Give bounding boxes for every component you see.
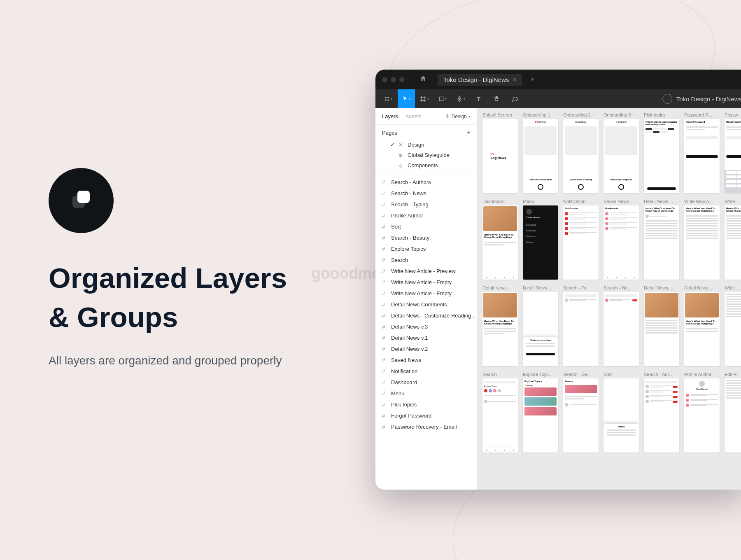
shape-tool[interactable]: ▾ <box>434 89 451 108</box>
layer-item[interactable]: #Write New Article - Preview <box>378 266 475 277</box>
comment-tool[interactable] <box>506 89 524 108</box>
canvas-frame[interactable]: MenuTiana VetrovDashboardBookmarksNotifi… <box>523 199 558 280</box>
canvas-frame[interactable]: Pick topicsPick topics to start reading … <box>644 112 679 193</box>
layer-item[interactable]: #Detail News v.3 <box>378 321 475 332</box>
canvas-frame[interactable]: PasswReset Password <box>725 112 741 193</box>
frame-label: Write <box>725 199 741 204</box>
chevron-down-icon: ▾ <box>469 114 471 118</box>
canvas-frame[interactable]: SortSort by <box>604 372 639 453</box>
page-name: Global Styleguide <box>408 152 450 158</box>
canvas-frame[interactable]: Detail News ...Here's What You Need To K… <box>482 285 518 366</box>
frame-label: Write ... <box>725 285 741 290</box>
canvas-frame[interactable]: SearchExplore Topics <box>482 372 518 453</box>
page-item[interactable]: ◇Components <box>388 160 473 170</box>
layer-item[interactable]: #Pick topics <box>378 399 475 410</box>
canvas-frame[interactable]: NotificationNotification <box>563 199 599 280</box>
canvas-frame[interactable]: Detail News ... <box>644 285 679 366</box>
page-item[interactable]: ⊕Global Styleguide <box>388 150 473 160</box>
canvas-frame[interactable]: Search - Ty... <box>563 285 599 366</box>
layer-name: Detail News v.1 <box>391 335 428 341</box>
layer-item[interactable]: #Saved News <box>378 355 475 366</box>
canvas-frame[interactable]: Onboarding 3D DigiNewsBrowse by Categori… <box>604 112 639 193</box>
canvas-frame[interactable]: Edit P... <box>725 372 741 453</box>
canvas-frame[interactable]: Detail News ...Customize your view <box>523 285 558 366</box>
canvas-frame[interactable]: Onboarding 2D DigiNewsUpdate News Everyd… <box>563 112 599 193</box>
frame-label: Detail News ... <box>523 285 558 290</box>
frame-icon: # <box>382 346 388 352</box>
layer-item[interactable]: #Detail News v.1 <box>378 332 475 343</box>
tab-layers[interactable]: Layers <box>382 113 398 119</box>
frame-tool[interactable]: ▾ <box>416 89 433 108</box>
project-selector[interactable]: Toko Design - DigiNews <box>662 94 741 104</box>
layer-item[interactable]: #Sort <box>378 221 475 232</box>
canvas-frame[interactable]: Onboarding 1D DigiNewsDiscover Curated N… <box>523 112 558 193</box>
canvas-frame[interactable]: Search - Be...Beauty <box>563 372 599 453</box>
move-tool[interactable]: ▾ <box>398 89 415 108</box>
canvas-frame[interactable]: DashboardHere's What You Need To Know Ab… <box>482 199 518 280</box>
close-icon[interactable]: × <box>513 76 516 83</box>
chevron-down-icon: ▾ <box>409 97 410 101</box>
layer-item[interactable]: #Menu <box>378 388 475 399</box>
document-tab[interactable]: Toko Design - DigiNews × <box>438 74 522 86</box>
layer-item[interactable]: #Detail News Comments <box>378 299 475 310</box>
hero-title: Organized Layers & Groups <box>49 259 287 337</box>
layer-name: Profile Author <box>391 212 423 219</box>
canvas-frame[interactable]: Detail News ...Here's What You Need To K… <box>684 285 720 366</box>
new-tab-button[interactable]: + <box>530 75 535 84</box>
hero-icon <box>49 168 114 233</box>
layer-item[interactable]: #Explore Topics <box>378 243 475 254</box>
canvas-frame[interactable]: Write ... <box>725 285 741 366</box>
canvas-frame[interactable]: Detail News ...Here's What You Need To K… <box>644 199 679 280</box>
layer-item[interactable]: #Search - News <box>378 188 475 199</box>
page-icon: ✕ <box>398 142 404 148</box>
layer-item[interactable]: #Profile Author <box>378 210 475 221</box>
layer-item[interactable]: #Notification <box>378 366 475 377</box>
layer-item[interactable]: #Detail News - Customize Reading ... <box>378 310 475 321</box>
layer-name: Search <box>391 257 408 263</box>
frame-label: Dashboard <box>482 199 518 204</box>
canvas-frame[interactable]: Password R...Reset Password <box>684 112 720 193</box>
layer-name: Detail News Comments <box>391 301 447 308</box>
canvas-frame[interactable]: Search - Ne... <box>604 285 639 366</box>
frame-icon: # <box>382 424 388 430</box>
layer-item[interactable]: #Search - Beauty <box>378 232 475 243</box>
canvas-frame[interactable]: Saved NewsBookmarks <box>604 199 639 280</box>
pen-tool[interactable]: ▾ <box>452 89 469 108</box>
frame-icon: # <box>382 413 388 419</box>
canvas-frame[interactable]: Splash ScreenD DigiNews <box>482 112 518 193</box>
add-page-button[interactable]: + <box>467 129 471 136</box>
layer-item[interactable]: #Password Recovery - Email <box>378 421 475 432</box>
layer-item[interactable]: #Write New Article - Empty <box>378 277 475 288</box>
text-tool[interactable] <box>470 89 487 108</box>
canvas-frame[interactable]: Explore Topi...Explore TopicsTrending <box>523 372 558 453</box>
tab-assets[interactable]: Assets <box>405 113 422 119</box>
home-icon[interactable] <box>419 75 427 84</box>
svg-point-4 <box>385 99 387 101</box>
layer-item[interactable]: #Forgot Password <box>378 410 475 421</box>
menu-tool[interactable]: ▾ <box>380 89 397 108</box>
canvas-frame[interactable]: WriteHere's What You Need To Know About … <box>725 199 741 280</box>
frame-label: Edit P... <box>725 372 741 377</box>
canvas-frame[interactable]: Search - Aut... <box>644 372 679 453</box>
frame-label: Saved News <box>604 199 639 204</box>
layer-item[interactable]: #Search <box>378 254 475 266</box>
traffic-lights[interactable] <box>382 77 405 82</box>
canvas[interactable]: Splash ScreenD DigiNewsOnboarding 1D Dig… <box>478 108 741 490</box>
canvas-frame[interactable]: Profile AuthorRian Ahmad <box>684 372 720 453</box>
chevron-down-icon: ▾ <box>464 97 465 101</box>
layer-name: Detail News v.3 <box>391 324 428 330</box>
layer-item[interactable]: #Detail News v.2 <box>378 343 475 355</box>
page-item[interactable]: ✓✕Design <box>388 140 473 150</box>
frame-icon: # <box>382 313 388 319</box>
hand-tool[interactable] <box>488 89 506 108</box>
layer-item[interactable]: #Search - Authors <box>378 177 475 188</box>
frame-label: Search - Ne... <box>604 285 639 290</box>
layer-item[interactable]: #Dashboard <box>378 377 475 388</box>
layer-item[interactable]: #Search - Typing <box>378 199 475 210</box>
frame-label: Detail News ... <box>644 199 679 204</box>
page-selector[interactable]: Design ▾ <box>445 114 471 119</box>
layer-item[interactable]: #Write New Article - Empty <box>378 288 475 299</box>
svg-point-2 <box>385 97 387 98</box>
figma-window: Toko Design - DigiNews × + ▾ ▾ ▾ ▾ ▾ <box>375 70 741 490</box>
canvas-frame[interactable]: Write New A...Here's What You Need To Kn… <box>684 199 720 280</box>
